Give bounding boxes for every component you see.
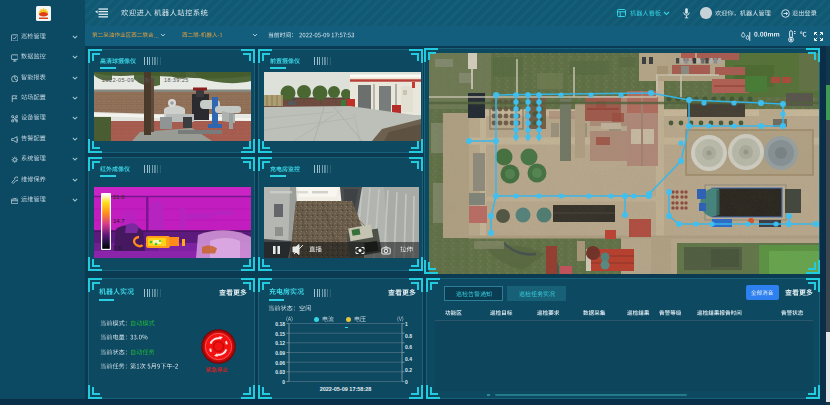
svg-text:2022-05-09: 2022-05-09 bbox=[102, 77, 134, 83]
svg-text:14.7: 14.7 bbox=[113, 218, 125, 224]
svg-text:7.6: 7.6 bbox=[113, 245, 122, 251]
svg-text:18:39:25: 18:39:25 bbox=[164, 77, 189, 83]
svg-text:21.6: 21.6 bbox=[113, 194, 125, 200]
svg-text:星期一: 星期一 bbox=[138, 77, 156, 83]
